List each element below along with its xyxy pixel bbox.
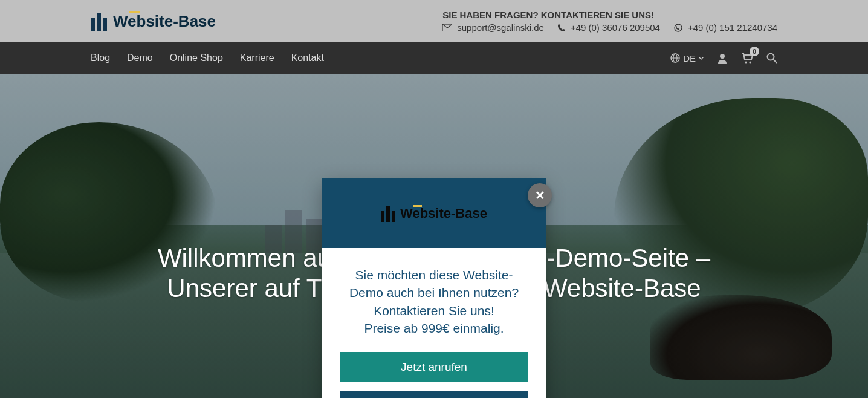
cart-count-badge: 0 [750,47,759,56]
phone-icon [557,24,566,32]
nav-item-kontakt[interactable]: Kontakt [291,53,324,64]
envelope-icon [442,24,452,31]
main-nav: Blog Demo Online Shop Karriere Kontakt D… [0,42,868,74]
contact-mobile[interactable]: +49 (0) 151 21240734 [673,22,777,33]
contact-title: SIE HABEN FRAGEN? KONTAKTIEREN SIE UNS! [442,10,777,20]
svg-point-5 [720,54,725,59]
hero-section: Willkommen auf der Website-Base-Demo-Sei… [0,74,868,398]
chevron-down-icon [699,57,704,60]
modal-text: Sie möchten diese Website-Demo auch bei … [340,266,528,338]
search-button[interactable] [766,53,777,64]
contact-form-button[interactable]: Zum Kontaktformular [340,391,528,398]
whatsapp-icon [673,24,683,32]
search-icon [766,53,777,64]
svg-line-9 [773,59,777,63]
logo-bars-icon [91,11,107,31]
modal-header: Website-Base ✕ [322,178,546,248]
cart-button[interactable]: 0 [741,53,753,64]
contact-phone[interactable]: +49 (0) 36076 209504 [557,22,660,33]
svg-point-8 [768,54,774,60]
logo-text: Website-Base [113,12,216,31]
modal-logo: Website-Base [381,205,487,222]
svg-point-6 [745,61,747,63]
language-switcher[interactable]: DE [670,53,704,64]
nav-item-blog[interactable]: Blog [91,53,110,64]
close-icon: ✕ [535,188,545,203]
nav-item-demo[interactable]: Demo [127,53,153,64]
modal-close-button[interactable]: ✕ [528,183,552,207]
modal-body: Sie möchten diese Website-Demo auch bei … [322,248,546,398]
call-now-button[interactable]: Jetzt anrufen [340,352,528,382]
site-logo[interactable]: Website-Base [91,11,216,31]
globe-icon [670,53,680,63]
account-button[interactable] [717,53,728,64]
svg-point-7 [749,61,751,63]
top-bar: Website-Base SIE HABEN FRAGEN? KONTAKTIE… [0,0,868,42]
nav-item-karriere[interactable]: Karriere [240,53,274,64]
logo-bars-icon [381,205,395,222]
promo-modal: Website-Base ✕ Sie möchten diese Website… [322,178,546,398]
user-icon [717,53,728,64]
contact-email[interactable]: support@sgalinski.de [442,22,544,33]
nav-item-shop[interactable]: Online Shop [170,53,223,64]
contact-block: SIE HABEN FRAGEN? KONTAKTIEREN SIE UNS! … [442,10,777,33]
svg-point-1 [675,24,682,31]
